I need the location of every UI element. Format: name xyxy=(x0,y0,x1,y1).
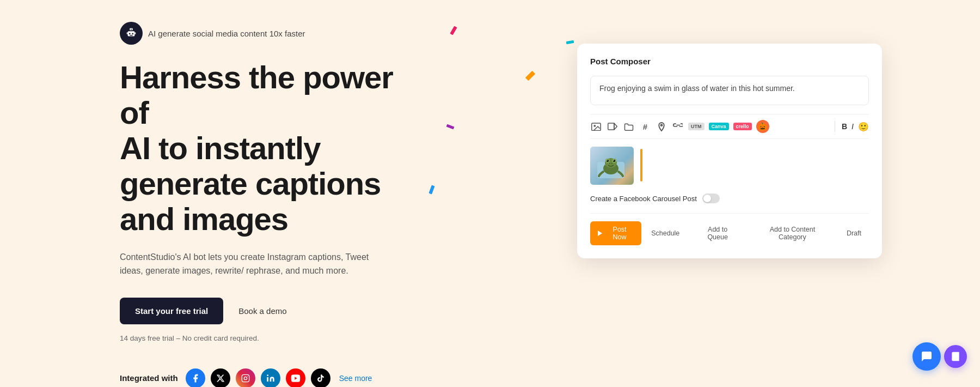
svg-point-10 xyxy=(244,377,247,379)
crello-badge[interactable]: crello xyxy=(733,123,752,130)
video-icon[interactable] xyxy=(607,120,618,132)
carousel-toggle-row: Create a Facebook Carousel Post xyxy=(590,194,869,203)
tiktok-icon[interactable] xyxy=(311,368,330,387)
add-to-category-button[interactable]: Add to Content Category xyxy=(748,221,837,245)
svg-point-18 xyxy=(661,124,663,126)
subheadline: ContentStudio's AI bot lets you create I… xyxy=(120,250,381,278)
headline: Harness the power of AI to instantly gen… xyxy=(120,60,425,237)
post-arrow-icon xyxy=(598,231,602,236)
folder-icon[interactable] xyxy=(623,120,635,132)
post-composer-card: Post Composer Frog enjoying a swim in gl… xyxy=(577,44,882,258)
toolbar-row: # UTM Canva crello 🎃 B I xyxy=(590,114,869,139)
youtube-icon[interactable] xyxy=(286,368,305,387)
schedule-button[interactable]: Schedule xyxy=(644,225,687,241)
svg-rect-6 xyxy=(127,32,128,34)
book-demo-button[interactable]: Book a demo xyxy=(238,306,286,316)
confetti-1 xyxy=(450,26,457,35)
color-bar xyxy=(640,149,642,182)
italic-icon[interactable]: I xyxy=(852,122,854,131)
left-content: AI generate social media content 10x fas… xyxy=(120,22,425,387)
confetti-2 xyxy=(566,40,574,44)
carousel-toggle[interactable] xyxy=(702,194,720,203)
trial-note: 14 days free trial – No credit card requ… xyxy=(120,334,425,342)
start-trial-button[interactable]: Start your free trial xyxy=(120,298,223,324)
composer-title: Post Composer xyxy=(590,57,869,66)
add-to-queue-button[interactable]: Add to Queue xyxy=(689,221,746,245)
composer-text-area[interactable]: Frog enjoying a swim in glass of water i… xyxy=(590,76,869,105)
svg-point-3 xyxy=(129,33,131,35)
svg-point-13 xyxy=(267,374,268,376)
image-upload-icon[interactable] xyxy=(590,120,602,132)
svg-point-11 xyxy=(247,376,248,377)
emoji-pumpkin-icon[interactable]: 🎃 xyxy=(756,120,769,133)
svg-rect-5 xyxy=(130,35,133,35)
book-icon-button[interactable] xyxy=(944,345,967,368)
svg-point-4 xyxy=(132,33,133,35)
linkedin-icon[interactable] xyxy=(261,368,280,387)
toolbar-right: B I 🙂 xyxy=(832,121,869,132)
chat-widget xyxy=(912,342,967,371)
svg-rect-14 xyxy=(592,123,601,131)
svg-point-15 xyxy=(594,125,595,126)
see-more-link[interactable]: See more xyxy=(339,374,372,383)
carousel-label: Create a Facebook Carousel Post xyxy=(590,195,697,203)
smiley-icon[interactable]: 🙂 xyxy=(858,122,869,132)
svg-rect-9 xyxy=(242,374,249,382)
toolbar-divider xyxy=(835,121,835,132)
confetti-5 xyxy=(525,71,535,81)
svg-point-8 xyxy=(131,29,132,30)
right-mockup: Post Composer Frog enjoying a swim in gl… xyxy=(577,44,882,258)
image-preview-row xyxy=(590,147,869,185)
integrations-label: Integrated with xyxy=(120,373,178,383)
integrations-row: Integrated with xyxy=(120,368,425,387)
cta-buttons: Start your free trial Book a demo xyxy=(120,298,425,324)
svg-point-30 xyxy=(611,163,612,164)
svg-rect-12 xyxy=(267,377,268,382)
bold-icon[interactable]: B xyxy=(842,122,847,131)
utm-badge: UTM xyxy=(688,123,705,130)
location-icon[interactable] xyxy=(656,120,667,132)
badge-text: AI generate social media content 10x fas… xyxy=(148,29,305,38)
confetti-10 xyxy=(428,185,434,194)
post-now-button[interactable]: Post Now xyxy=(590,221,641,245)
link-icon[interactable] xyxy=(672,120,684,132)
svg-point-29 xyxy=(609,163,610,164)
canva-badge[interactable]: Canva xyxy=(709,123,729,130)
svg-point-28 xyxy=(613,160,614,161)
svg-rect-16 xyxy=(608,123,614,130)
twitter-x-icon[interactable] xyxy=(211,368,230,387)
frog-image xyxy=(590,147,634,185)
hashtag-icon[interactable]: # xyxy=(639,120,651,132)
chat-button[interactable] xyxy=(912,342,941,371)
robot-icon xyxy=(120,22,143,45)
draft-button[interactable]: Draft xyxy=(839,225,869,241)
action-buttons-row: Post Now Schedule Add to Queue Add to Co… xyxy=(590,213,869,245)
svg-rect-7 xyxy=(134,32,136,34)
badge: AI generate social media content 10x fas… xyxy=(120,22,425,45)
svg-point-27 xyxy=(607,160,608,161)
instagram-icon[interactable] xyxy=(236,368,255,387)
svg-marker-17 xyxy=(614,123,617,130)
facebook-icon[interactable] xyxy=(186,368,205,387)
confetti-7 xyxy=(446,124,455,129)
